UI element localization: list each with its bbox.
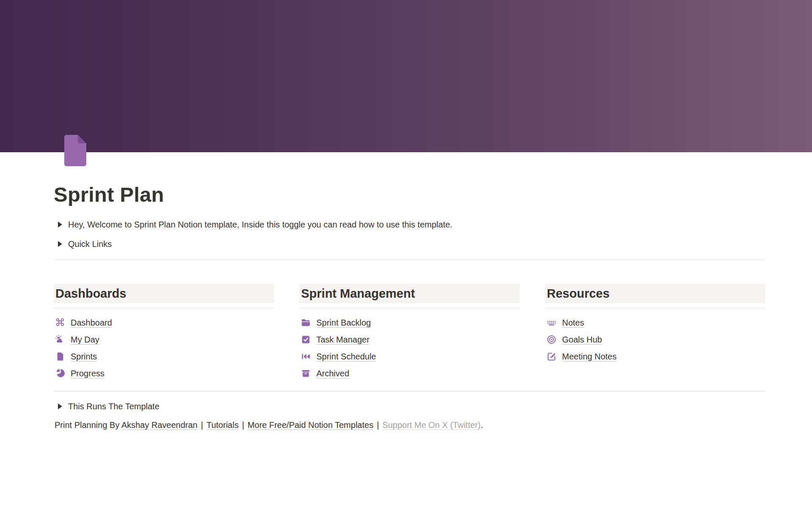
link-dashboard[interactable]: ⌘ Dashboard	[54, 314, 274, 331]
link-task-manager[interactable]: Task Manager	[299, 331, 520, 348]
footer-separator: |	[239, 420, 247, 430]
command-icon: ⌘	[55, 317, 66, 328]
link-sprints[interactable]: Sprints	[54, 348, 274, 365]
link-notes[interactable]: Notes	[545, 314, 765, 331]
pie-chart-icon	[55, 368, 66, 379]
toggle-collapsed-icon[interactable]	[54, 238, 66, 250]
keyboard-icon	[546, 317, 557, 328]
link-sprint-schedule[interactable]: Sprint Schedule	[299, 348, 520, 365]
target-icon	[546, 334, 557, 345]
link-goals-hub[interactable]: Goals Hub	[545, 331, 765, 348]
footer-credits: Print Planning By Akshay Raveendran|Tuto…	[54, 418, 765, 430]
toggle-runs-template-label: This Runs The Template	[68, 402, 159, 411]
toggle-quick-links-label: Quick Links	[68, 239, 112, 249]
divider	[299, 308, 520, 308]
link-archived[interactable]: Archived	[299, 365, 520, 382]
column-header-resources: Resources	[545, 284, 765, 303]
edit-icon	[546, 351, 557, 362]
link-progress[interactable]: Progress	[54, 365, 274, 382]
archive-icon	[300, 368, 311, 379]
column-header-sprint-management: Sprint Management	[299, 284, 520, 303]
link-sprint-backlog[interactable]: Sprint Backlog	[299, 314, 520, 331]
link-author[interactable]: Akshay Raveendran	[121, 420, 198, 430]
column-sprint-management: Sprint Management Sprint Backlog	[299, 284, 520, 382]
column-resources: Resources	[545, 284, 765, 382]
page-cover	[0, 0, 812, 152]
columns-section: Dashboards ⌘ Dashboard	[54, 284, 765, 382]
link-meeting-notes[interactable]: Meeting Notes	[545, 348, 765, 365]
footer-prefix: Print Planning By	[55, 420, 121, 430]
footer-separator: |	[373, 420, 382, 430]
divider	[54, 260, 765, 260]
page-title: Sprint Plan	[54, 183, 765, 206]
toggle-quick-links[interactable]: Quick Links	[54, 234, 765, 254]
folder-icon	[300, 317, 311, 328]
link-tutorials[interactable]: Tutorials	[206, 420, 239, 430]
column-header-dashboards: Dashboards	[54, 284, 274, 303]
toggle-collapsed-icon[interactable]	[54, 218, 66, 231]
divider	[54, 391, 765, 392]
divider	[54, 308, 274, 308]
toggle-welcome[interactable]: Hey, Welcome to Sprint Plan Notion templ…	[54, 215, 765, 234]
page-icon-document[interactable]	[62, 134, 89, 167]
toggle-welcome-label: Hey, Welcome to Sprint Plan Notion templ…	[68, 220, 453, 230]
link-my-day[interactable]: My Day	[54, 331, 274, 348]
toggle-runs-template[interactable]: This Runs The Template	[54, 397, 765, 416]
divider	[545, 308, 765, 308]
column-dashboards: Dashboards ⌘ Dashboard	[54, 284, 274, 382]
toggle-collapsed-icon[interactable]	[54, 400, 66, 413]
checkbox-icon	[300, 334, 311, 345]
footer-suffix: .	[480, 420, 483, 430]
sun-cloud-icon	[55, 334, 66, 345]
footer-separator: |	[198, 420, 206, 430]
rewind-icon	[300, 351, 311, 362]
link-more-templates[interactable]: More Free/Paid Notion Templates	[247, 420, 373, 430]
document-icon	[55, 351, 66, 362]
link-support-twitter[interactable]: Support Me On X (Twitter)	[382, 420, 480, 430]
